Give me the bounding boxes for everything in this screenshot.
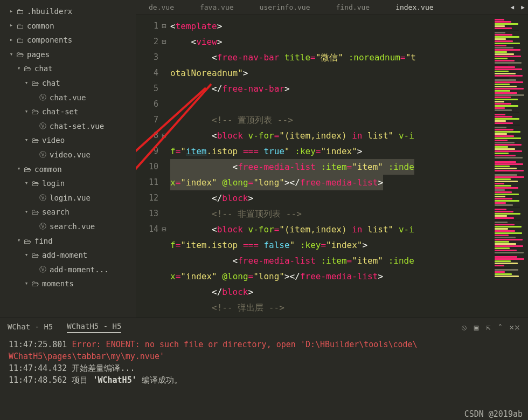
folder-search[interactable]: ▾🗁search <box>0 205 136 219</box>
folder-icon: 🗀 <box>15 4 25 19</box>
tree-label: pages <box>27 47 50 62</box>
folder-chat-set[interactable]: ▾🗁chat-set <box>0 105 136 119</box>
console-tab-wchath5-h5[interactable]: WChatH5 - H5 <box>67 322 121 333</box>
tab-de[interactable]: de.vue <box>136 0 187 15</box>
file-chat-set.vue[interactable]: Ⓥchat-set.vue <box>0 119 136 134</box>
tab-find[interactable]: find.vue <box>323 0 383 15</box>
folder-components[interactable]: ▸🗀components <box>0 33 136 47</box>
console-tool-stop[interactable]: ⦸ <box>462 323 467 332</box>
console-output[interactable]: 11:47:25.801 Error: ENOENT: no such file… <box>0 336 528 420</box>
tree-label: common <box>34 162 62 177</box>
console-tool-close[interactable]: ×⤬ <box>510 323 520 332</box>
folder-icon: 🗁 <box>30 205 40 219</box>
tree-label: .hbuilderx <box>27 4 72 19</box>
file-login.vue[interactable]: Ⓥlogin.vue <box>0 191 136 205</box>
tree-label: common <box>27 19 54 33</box>
tree-label: login <box>42 176 65 191</box>
folder-icon: 🗁 <box>30 76 40 91</box>
tree-label: login.vue <box>50 191 91 205</box>
tree-label: components <box>27 33 72 47</box>
code-editor[interactable]: <template> <view> <free-nav-bar title="微… <box>170 15 494 318</box>
console-tool-popout[interactable]: ⇱ <box>486 323 490 332</box>
folder-icon: 🗁 <box>30 176 40 191</box>
tree-label: video.vue <box>50 148 91 162</box>
folder-icon: 🗀 <box>15 19 25 33</box>
file-video.vue[interactable]: Ⓥvideo.vue <box>0 148 136 162</box>
file-add-moment...[interactable]: Ⓥadd-moment... <box>0 263 136 277</box>
vue-file-icon: Ⓥ <box>38 91 47 105</box>
tree-label: find <box>34 234 53 249</box>
folder-icon: 🗁 <box>23 234 32 249</box>
tree-label: chat-set <box>42 105 78 119</box>
folder-icon: 🗁 <box>23 162 32 177</box>
tab-nav[interactable]: ◀ ▶ <box>508 4 529 11</box>
fold-gutter: ⊟⊟⊟⊟ <box>162 15 170 318</box>
folder-video[interactable]: ▾🗁video <box>0 133 136 148</box>
folder-icon: 🗀 <box>15 33 25 47</box>
folder-chat[interactable]: ▾🗁chat <box>0 61 136 76</box>
watermark: CSDN @2019ab <box>464 409 523 419</box>
console-tools: ⦸ ▣ ⇱ ˄ ×⤬ <box>462 323 520 332</box>
vue-file-icon: Ⓥ <box>38 148 47 162</box>
tree-label: search.vue <box>50 219 95 234</box>
tree-label: chat <box>42 76 60 91</box>
console-tool-square[interactable]: ▣ <box>474 323 478 332</box>
tab-index[interactable]: index.vue <box>383 0 446 15</box>
tree-label: chat.vue <box>50 91 86 105</box>
tree-label: chat <box>34 61 53 76</box>
console-tool-collapse[interactable]: ˄ <box>498 323 502 332</box>
file-explorer: ▸🗀.hbuilderx▸🗀common▸🗀components▾🗁pages▾… <box>0 0 136 318</box>
vue-file-icon: Ⓥ <box>38 120 47 133</box>
folder-icon: 🗁 <box>30 248 40 263</box>
tab-bar: de.vue fava.vue userinfo.vue find.vue in… <box>136 0 528 15</box>
vue-file-icon: Ⓥ <box>38 220 47 233</box>
folder-common[interactable]: ▾🗁common <box>0 162 136 177</box>
tree-label: add-moment... <box>50 263 109 277</box>
tab-fava[interactable]: fava.vue <box>187 0 247 15</box>
folder-icon: 🗁 <box>15 47 25 62</box>
vue-file-icon: Ⓥ <box>38 263 47 277</box>
folder-icon: 🗁 <box>23 61 32 76</box>
file-chat.vue[interactable]: Ⓥchat.vue <box>0 91 136 105</box>
tree-label: video <box>42 133 65 148</box>
folder-add-moment[interactable]: ▾🗁add-moment <box>0 248 136 263</box>
folder-find[interactable]: ▾🗁find <box>0 234 136 249</box>
vue-file-icon: Ⓥ <box>38 191 47 205</box>
folder-login[interactable]: ▾🗁login <box>0 176 136 191</box>
folder-pages[interactable]: ▾🗁pages <box>0 47 136 62</box>
folder-icon: 🗁 <box>30 105 40 119</box>
tree-label: add-moment <box>42 248 87 263</box>
folder-icon: 🗁 <box>30 277 40 291</box>
minimap[interactable] <box>494 15 528 318</box>
folder-.hbuilderx[interactable]: ▸🗀.hbuilderx <box>0 4 136 19</box>
tree-label: search <box>42 205 70 219</box>
gutter: 1234567891011121314 <box>136 15 162 318</box>
console-tab-wchat-h5[interactable]: WChat - H5 <box>8 322 53 333</box>
tab-userinfo[interactable]: userinfo.vue <box>247 0 323 15</box>
folder-moments[interactable]: ▾🗁moments <box>0 277 136 291</box>
folder-icon: 🗁 <box>30 133 40 148</box>
file-search.vue[interactable]: Ⓥsearch.vue <box>0 219 136 234</box>
folder-common[interactable]: ▸🗀common <box>0 19 136 33</box>
tree-label: moments <box>42 277 74 291</box>
tree-label: chat-set.vue <box>50 119 104 134</box>
folder-chat[interactable]: ▾🗁chat <box>0 76 136 91</box>
